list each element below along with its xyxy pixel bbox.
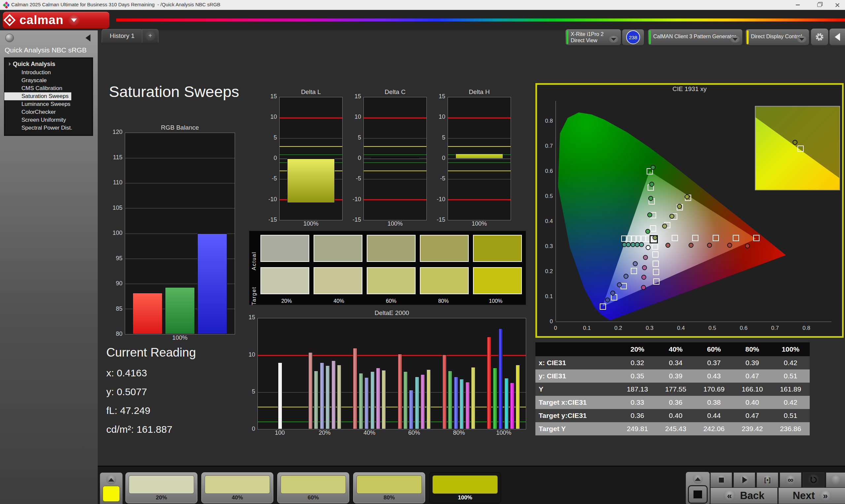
measured-circle-marker [689, 243, 693, 248]
y-tick-label: -10 [437, 196, 445, 203]
pattern-options-button[interactable] [693, 474, 703, 484]
meter-dropdown-arrow[interactable] [609, 36, 618, 42]
sample-button-80%[interactable]: 80% [353, 472, 425, 503]
table-cell: 0.33 [618, 396, 656, 409]
cie1931-panel[interactable]: CIE 1931 xy 00.10.20.30.40.50.60.70.800.… [535, 83, 844, 338]
deltae-bar [376, 368, 380, 429]
gear-icon [815, 32, 825, 42]
y-tick-label: 85 [116, 305, 122, 312]
next-button[interactable]: Next » [778, 487, 845, 504]
x-tick-label: 0.5 [708, 325, 717, 331]
next-label: Next [793, 490, 815, 502]
sample-button-20%[interactable]: 20% [125, 472, 197, 503]
generator-dropdown-arrow[interactable] [730, 36, 740, 42]
limit-line [280, 118, 342, 119]
close-button[interactable] [830, 0, 845, 10]
meter-reading-badge: 238 [622, 29, 644, 46]
pattern-generator-dropdown[interactable]: CalMAN Client 3 Pattern Generator [648, 29, 743, 46]
gridline [448, 138, 511, 139]
sidebar-item-introduction[interactable]: Introduction [4, 69, 93, 76]
pattern-popup-button[interactable] [106, 475, 116, 485]
sidebar-item-screen-uniformity[interactable]: Screen Uniformity [4, 116, 93, 124]
sample-swatch [433, 475, 498, 494]
x-tick-label: 0.1 [582, 325, 592, 331]
meter-mode: Direct View [571, 38, 597, 43]
maximize-button[interactable] [812, 0, 827, 10]
sidebar-item-grayscale[interactable]: Grayscale [4, 76, 93, 85]
pattern-window-panel[interactable] [100, 472, 123, 504]
minimize-button[interactable] [790, 0, 805, 10]
deltae-bar [459, 379, 464, 429]
tree-expander-icon[interactable] [7, 62, 11, 66]
sidebar-collapse-icon[interactable] [86, 34, 90, 41]
sample-button-60%[interactable]: 60% [277, 472, 349, 503]
table-cell: 236.86 [771, 422, 810, 435]
y-tick-label: 0.8 [540, 118, 553, 124]
calman-menu-button[interactable]: calman [3, 12, 110, 29]
transport-play-button[interactable] [734, 472, 755, 487]
deltae-bar [510, 383, 514, 429]
reading-x: x: 0.4163 [106, 367, 196, 379]
settings-button[interactable] [811, 29, 828, 46]
plus-icon: + [145, 31, 155, 41]
gridline [125, 158, 235, 158]
table-cell: 0.51 [771, 409, 810, 422]
sidebar-item-cms-calibration[interactable]: CMS Calibration [4, 85, 93, 92]
table-cell: 170.69 [695, 383, 733, 396]
current-reading-title: Current Reading [106, 346, 196, 360]
x-tick-label: 0.3 [645, 325, 654, 331]
brand-name: calman [19, 13, 64, 27]
target-swatch-20% [261, 267, 309, 294]
swatch-col-label: 60% [365, 298, 417, 304]
add-tab-button[interactable]: + [142, 29, 158, 42]
bar-blue [197, 234, 227, 334]
sync-button[interactable] [803, 472, 825, 487]
measure-continuous-button[interactable]: ∞ [780, 472, 802, 487]
target-square-marker [600, 304, 606, 310]
sidebar-orb-button[interactable] [5, 34, 14, 42]
table-cell: 0.39 [733, 356, 771, 370]
transport-stop-button[interactable] [710, 472, 732, 487]
table-col-header: 40% [656, 342, 695, 356]
gridline [364, 179, 426, 179]
limit-line [364, 199, 426, 200]
gridline [448, 179, 511, 179]
deltae-bar [308, 352, 313, 429]
sidebar-item-luminance-sweeps[interactable]: Luminance Sweeps [4, 100, 93, 108]
y-tick-label: 15 [439, 93, 445, 100]
reading-fl: fL: 47.249 [106, 405, 196, 416]
sidebar-item-saturation-sweeps[interactable]: Saturation Sweeps [4, 92, 71, 100]
pattern-stop-panel[interactable] [686, 472, 710, 504]
x-group-label: 60% [392, 430, 437, 438]
deltae-bar [365, 377, 369, 429]
sidebar-item-colorchecker[interactable]: ColorChecker [4, 108, 93, 116]
table-cell: 0.32 [618, 356, 656, 370]
measured-circle-marker [662, 223, 667, 229]
y-tick-label: 100 [112, 230, 122, 236]
table-row: y: CIE310.350.390.430.470.51 [535, 370, 810, 383]
measured-circle-marker [653, 235, 657, 240]
table-col-header: 80% [733, 342, 771, 356]
generator-name: CalMAN Client 3 Pattern Generator [653, 33, 736, 40]
display-dropdown-arrow[interactable] [797, 36, 806, 42]
x-tick-label: 0.8 [802, 325, 811, 331]
measured-circle-marker [707, 243, 712, 248]
y-tick-label: 0 [358, 155, 361, 162]
extra-round-button[interactable] [826, 472, 845, 487]
display-control-dropdown[interactable]: Direct Display Control [745, 29, 809, 46]
tab-history-1[interactable]: History 1 [102, 29, 143, 42]
sidebar-item-spectral-power-dist-[interactable]: Spectral Power Dist. [4, 124, 93, 132]
stop-pattern-button[interactable] [688, 485, 708, 504]
meter-dropdown[interactable]: X-Rite i1Pro 2Direct View [565, 29, 621, 46]
target-row-label: Target [251, 282, 257, 309]
collapse-panel-button[interactable] [829, 29, 845, 46]
y-tick-label: 0 [442, 155, 445, 162]
tree-root-quick-analysis[interactable]: Quick Analysis [4, 60, 93, 69]
limit-line [364, 118, 426, 119]
y-tick-label: -5 [440, 175, 445, 182]
brand-menu-chevron[interactable] [68, 15, 80, 26]
back-button[interactable]: « Back [710, 487, 778, 504]
sample-button-100%[interactable]: 100% [429, 472, 501, 503]
sample-button-40%[interactable]: 40% [201, 472, 273, 503]
measure-single-button[interactable]: [•] [757, 472, 778, 487]
